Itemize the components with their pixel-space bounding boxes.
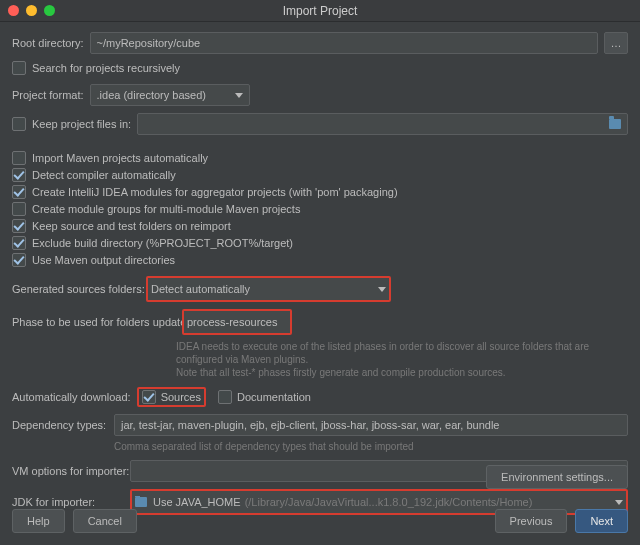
sources-label: Sources — [161, 391, 201, 403]
keep-files-checkbox[interactable] — [12, 117, 26, 131]
import-maven-label: Import Maven projects automatically — [32, 152, 208, 164]
chevron-down-icon — [235, 93, 243, 98]
search-recursive-label: Search for projects recursively — [32, 62, 180, 74]
root-dir-value: ~/myRepository/cube — [97, 37, 201, 49]
chevron-down-icon — [378, 287, 386, 292]
module-groups-label: Create module groups for multi-module Ma… — [32, 203, 300, 215]
phase-select[interactable]: process-resources — [182, 309, 292, 335]
docs-wrap: Documentation — [218, 390, 311, 404]
dep-label: Dependency types: — [12, 419, 108, 431]
import-maven-checkbox[interactable] — [12, 151, 26, 165]
use-maven-out-checkbox[interactable] — [12, 253, 26, 267]
dep-hint: Comma separated list of dependency types… — [114, 441, 628, 452]
close-icon[interactable] — [8, 5, 19, 16]
project-format-select[interactable]: .idea (directory based) — [90, 84, 250, 106]
root-dir-label: Root directory: — [12, 37, 84, 49]
phase-hint: IDEA needs to execute one of the listed … — [176, 340, 628, 379]
phase-hint-2: Note that all test-* phases firstly gene… — [176, 367, 506, 378]
dep-input[interactable]: jar, test-jar, maven-plugin, ejb, ejb-cl… — [114, 414, 628, 436]
previous-button[interactable]: Previous — [495, 509, 568, 533]
cancel-button[interactable]: Cancel — [73, 509, 137, 533]
keep-source-checkbox[interactable] — [12, 219, 26, 233]
gen-src-select[interactable]: Detect automatically — [146, 276, 391, 302]
phase-hint-1: IDEA needs to execute one of the listed … — [176, 341, 589, 365]
search-recursive-checkbox[interactable] — [12, 61, 26, 75]
window-controls — [8, 5, 55, 16]
module-groups-checkbox[interactable] — [12, 202, 26, 216]
zoom-icon[interactable] — [44, 5, 55, 16]
project-format-value: .idea (directory based) — [97, 89, 206, 101]
detect-compiler-label: Detect compiler automatically — [32, 169, 176, 181]
gen-src-label: Generated sources folders: — [12, 283, 140, 295]
folder-icon — [609, 119, 621, 129]
keep-files-label: Keep project files in: — [32, 118, 131, 130]
dep-value: jar, test-jar, maven-plugin, ejb, ejb-cl… — [121, 419, 499, 431]
sources-wrap: Sources — [137, 387, 206, 407]
aggregator-label: Create IntelliJ IDEA modules for aggrega… — [32, 186, 398, 198]
titlebar: Import Project — [0, 0, 640, 22]
window-title: Import Project — [0, 4, 640, 18]
use-maven-out-label: Use Maven output directories — [32, 254, 175, 266]
exclude-build-checkbox[interactable] — [12, 236, 26, 250]
minimize-icon[interactable] — [26, 5, 37, 16]
exclude-build-label: Exclude build directory (%PROJECT_ROOT%/… — [32, 237, 293, 249]
auto-dl-label: Automatically download: — [12, 391, 131, 403]
help-button[interactable]: Help — [12, 509, 65, 533]
gen-src-value: Detect automatically — [151, 283, 250, 295]
docs-label: Documentation — [237, 391, 311, 403]
sources-checkbox[interactable] — [142, 390, 156, 404]
phase-label: Phase to be used for folders update: — [12, 316, 176, 328]
keep-files-input[interactable] — [137, 113, 628, 135]
project-format-label: Project format: — [12, 89, 84, 101]
keep-source-label: Keep source and test folders on reimport — [32, 220, 231, 232]
detect-compiler-checkbox[interactable] — [12, 168, 26, 182]
docs-checkbox[interactable] — [218, 390, 232, 404]
next-button[interactable]: Next — [575, 509, 628, 533]
dialog-footer: Environment settings... Help Cancel Prev… — [0, 455, 640, 545]
phase-value: process-resources — [187, 316, 277, 328]
browse-root-button[interactable]: … — [604, 32, 628, 54]
aggregator-checkbox[interactable] — [12, 185, 26, 199]
root-dir-input[interactable]: ~/myRepository/cube — [90, 32, 598, 54]
env-settings-button[interactable]: Environment settings... — [486, 465, 628, 489]
dialog-content: Root directory: ~/myRepository/cube … Se… — [0, 22, 640, 530]
